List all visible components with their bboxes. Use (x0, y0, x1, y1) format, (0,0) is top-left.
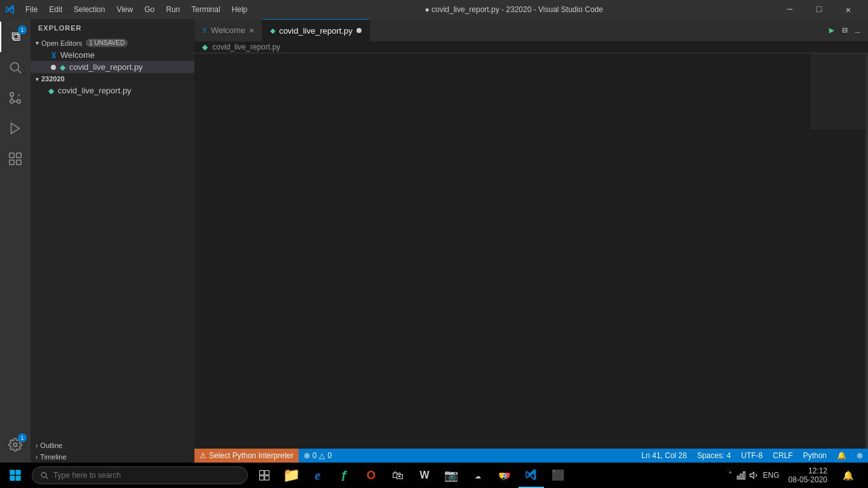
editor-welcome-item[interactable]: ⊻ Welcome (31, 49, 194, 61)
minimap-scrollbar[interactable] (865, 53, 868, 449)
line-numbers (194, 53, 225, 449)
explorer-badge: 1 (18, 25, 27, 34)
svg-rect-6 (10, 153, 14, 158)
code-content[interactable] (225, 53, 811, 449)
menu-item-view[interactable]: View (111, 4, 138, 15)
chrome-taskbar-icon[interactable] (492, 463, 517, 488)
line-ending-status[interactable]: CRLF (768, 451, 797, 460)
svg-point-10 (13, 443, 17, 447)
start-button[interactable] (3, 463, 28, 488)
svg-rect-26 (743, 472, 745, 479)
tab-bar: ⊻ Welcome × ◆ covid_live_report.py ▶ ⊟ … (194, 19, 868, 41)
wallet-taskbar-icon[interactable]: W (412, 463, 437, 488)
svg-line-16 (46, 477, 48, 478)
welcome-tab-text: Welcome (211, 25, 245, 35)
activity-settings-icon[interactable]: 1 (0, 430, 31, 460)
svg-marker-5 (11, 123, 20, 134)
minimize-button[interactable]: ─ (775, 0, 804, 19)
title-bar: FileEditSelectionViewGoRunTerminalHelp ●… (0, 0, 868, 19)
clock-date: 08-05-2020 (789, 475, 827, 484)
menu-item-selection[interactable]: Selection (69, 4, 110, 15)
language-tray-label[interactable]: ENG (762, 470, 781, 481)
clock-time: 12:12 (789, 466, 827, 475)
breadcrumb-icon: ◆ (202, 43, 208, 51)
covid-tab-icon: ◆ (270, 27, 275, 35)
vscode-taskbar-icon[interactable] (519, 463, 544, 488)
svg-rect-24 (737, 476, 739, 479)
timeline-section[interactable]: › Timeline (31, 451, 194, 463)
volume-icon[interactable] (749, 470, 759, 480)
sciter-taskbar-icon[interactable]: ƒ (332, 463, 357, 488)
main-layout: ⧉ 1 1 Explorer ▾ Open Editors 1 UNSAV (0, 19, 868, 463)
svg-rect-12 (16, 470, 21, 475)
search-bar[interactable] (32, 466, 248, 484)
activity-explorer-icon[interactable]: ⧉ 1 (0, 22, 31, 52)
svg-rect-18 (265, 471, 269, 475)
notification-button[interactable]: 🔔 (835, 463, 860, 488)
broadcast-status[interactable]: ⊗ (851, 451, 868, 460)
python-interpreter-status[interactable]: ⚠ Select Python Interpreter (194, 449, 299, 463)
menu-item-file[interactable]: File (20, 4, 43, 15)
activity-extensions-icon[interactable] (0, 144, 31, 174)
notifications-status[interactable]: 🔔 (832, 451, 851, 460)
camera-taskbar-icon[interactable]: 📷 (438, 463, 464, 488)
menu-item-go[interactable]: Go (139, 4, 159, 15)
encoding-text: UTF-8 (741, 451, 763, 460)
network-icon[interactable] (736, 470, 747, 480)
welcome-tab-close[interactable]: × (249, 25, 254, 36)
folder-python-icon: ◆ (48, 86, 54, 95)
covid-tab[interactable]: ◆ covid_live_report.py (262, 19, 370, 41)
editor-covid-item[interactable]: ◆ covid_live_report.py (31, 61, 194, 73)
maximize-button[interactable]: □ (804, 0, 834, 19)
svg-marker-27 (750, 472, 754, 478)
windows-logo-icon (10, 470, 21, 481)
activity-search-icon[interactable] (0, 52, 31, 83)
window-controls[interactable]: ─ □ ✕ (775, 0, 863, 19)
run-button[interactable]: ▶ (827, 24, 837, 37)
split-editor-button[interactable]: ⊟ (839, 24, 850, 37)
outline-section[interactable]: › Outline (31, 440, 194, 451)
menu-item-edit[interactable]: Edit (44, 4, 67, 15)
python-file-icon: ◆ (60, 63, 65, 72)
spaces-status[interactable]: Spaces: 4 (692, 451, 736, 460)
chrome-logo-icon (498, 469, 511, 482)
file-explorer-taskbar-icon[interactable]: 📁 (278, 463, 304, 488)
office-taskbar-icon[interactable]: O (358, 463, 384, 488)
file-breadcrumb: ◆ covid_live_report.py (194, 41, 868, 53)
status-bar: ⚠ Select Python Interpreter ⊗ 0 △ 0 Ln 4… (194, 449, 868, 463)
menu-bar[interactable]: FileEditSelectionViewGoRunTerminalHelp (20, 4, 252, 15)
covid-tab-unsaved-dot (356, 28, 362, 33)
language-status[interactable]: Python (798, 451, 832, 460)
activity-run-icon[interactable] (0, 113, 31, 144)
msstore-taskbar-icon[interactable]: 🛍 (385, 463, 410, 488)
folder-section[interactable]: ▾ 232020 (31, 73, 194, 85)
menu-item-help[interactable]: Help (227, 4, 253, 15)
menu-item-run[interactable]: Run (161, 4, 185, 15)
sidebar-bottom: › Outline › Timeline (31, 440, 194, 463)
welcome-tab[interactable]: ⊻ Welcome × (194, 19, 262, 41)
warnings-count: 0 (327, 451, 332, 460)
search-input[interactable] (53, 471, 240, 480)
open-editors-section[interactable]: ▾ Open Editors 1 UNSAVED (31, 37, 194, 49)
remote-taskbar-icon[interactable]: ☁ (465, 463, 491, 488)
task-view-icon (259, 470, 270, 481)
search-bar-icon (40, 471, 48, 480)
errors-warnings-status[interactable]: ⊗ 0 △ 0 (299, 449, 337, 463)
encoding-status[interactable]: UTF-8 (736, 451, 768, 460)
terminal-taskbar-icon[interactable]: ⬛ (545, 463, 571, 488)
cursor-position-status[interactable]: Ln 41, Col 28 (637, 451, 692, 460)
error-icon: ⊗ (304, 451, 310, 460)
edge-taskbar-icon[interactable]: e (305, 463, 330, 488)
task-view-button[interactable] (252, 463, 277, 488)
svg-point-3 (17, 100, 21, 104)
more-actions-button[interactable]: … (853, 24, 863, 37)
folder-covid-file[interactable]: ◆ covid_live_report.py (31, 85, 194, 97)
activity-source-control-icon[interactable] (0, 83, 31, 113)
menu-item-terminal[interactable]: Terminal (186, 4, 225, 15)
folder-covid-label: covid_live_report.py (58, 86, 132, 95)
close-button[interactable]: ✕ (834, 0, 863, 19)
code-editor[interactable] (194, 53, 868, 449)
svg-rect-9 (17, 160, 21, 165)
tray-chevron-icon[interactable]: ˄ (727, 469, 734, 482)
taskbar-clock[interactable]: 12:12 08-05-2020 (783, 466, 832, 484)
